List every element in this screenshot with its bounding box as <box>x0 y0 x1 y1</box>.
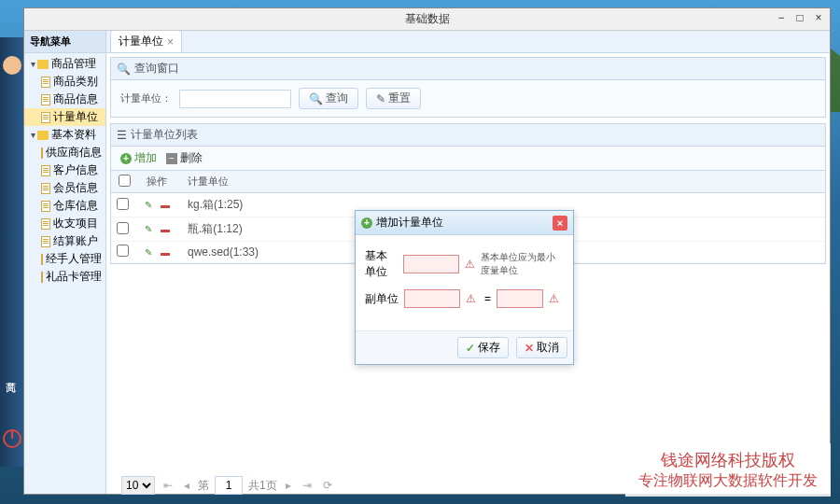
file-icon <box>41 218 50 230</box>
title-bar: 基础数据 − □ × <box>24 8 830 31</box>
tree-item[interactable]: 仓库信息 <box>24 197 105 215</box>
pager: 10 ⇤ ◂ 第 共1页 ▸ ⇥ ⟳ <box>112 470 344 500</box>
tree-item[interactable]: 会员信息 <box>24 179 105 197</box>
minimize-icon[interactable]: − <box>774 10 789 25</box>
file-icon <box>41 94 50 105</box>
tabs: 计量单位× <box>106 31 830 53</box>
dialog-close-icon[interactable]: × <box>553 216 567 231</box>
tree-item[interactable]: 经手人管理 <box>24 250 105 268</box>
tree-item[interactable]: 收支项目 <box>24 215 105 232</box>
list-icon: ☰ <box>117 129 127 142</box>
cancel-button[interactable]: ✕取消 <box>516 337 567 358</box>
cancel-icon: ✕ <box>525 342 534 355</box>
edit-icon[interactable]: ✎ <box>142 245 155 259</box>
ratio-input[interactable] <box>497 289 543 308</box>
power-icon[interactable] <box>3 429 21 448</box>
query-button[interactable]: 🔍查询 <box>299 88 358 109</box>
row-checkbox[interactable] <box>117 222 129 234</box>
tab-unit[interactable]: 计量单位× <box>110 30 182 52</box>
tree-group-basic[interactable]: ▾基本资料 <box>24 126 105 144</box>
delete-icon[interactable]: ▬ <box>159 223 172 236</box>
file-icon <box>41 183 50 194</box>
avatar <box>3 56 21 75</box>
search-icon: 🔍 <box>117 63 131 76</box>
minus-icon: − <box>166 153 177 164</box>
warning-icon: ⚠ <box>549 292 562 305</box>
base-unit-label: 基本单位 <box>365 248 398 280</box>
tree-item[interactable]: 客户信息 <box>24 161 105 179</box>
select-all-checkbox[interactable] <box>119 175 131 187</box>
file-icon <box>41 236 50 247</box>
tree-item[interactable]: 供应商信息 <box>24 144 105 161</box>
add-button[interactable]: +增加 <box>120 150 157 166</box>
window-title: 基础数据 <box>405 11 450 27</box>
tree-item[interactable]: 结算账户 <box>24 232 105 250</box>
maximize-icon[interactable]: □ <box>792 10 807 25</box>
row-checkbox[interactable] <box>117 198 129 210</box>
row-checkbox[interactable] <box>117 245 129 257</box>
plus-icon: + <box>361 217 372 229</box>
sub-unit-label: 副单位 <box>365 291 399 307</box>
check-icon: ✓ <box>466 342 475 355</box>
file-icon <box>41 165 50 176</box>
reset-icon: ✎ <box>376 92 385 105</box>
close-icon[interactable]: × <box>811 10 826 25</box>
file-icon <box>41 201 50 212</box>
watermark: 钱途网络科技版权 专注物联网大数据软件开发 <box>625 443 831 497</box>
delete-button[interactable]: −删除 <box>166 150 203 166</box>
tree-item[interactable]: 商品类别 <box>24 73 105 91</box>
search-input[interactable] <box>179 90 291 108</box>
file-icon <box>41 272 43 283</box>
search-icon: 🔍 <box>309 92 323 105</box>
warning-icon: ⚠ <box>465 258 475 271</box>
grid-header: 操作 计量单位 <box>111 171 825 193</box>
tree-item[interactable]: 礼品卡管理 <box>24 268 105 286</box>
edit-icon[interactable]: ✎ <box>142 223 155 236</box>
search-section-header: 🔍查询窗口 <box>110 57 826 80</box>
warning-icon: ⚠ <box>466 292 479 305</box>
tree-item-unit[interactable]: 计量单位 <box>24 108 105 126</box>
delete-icon[interactable]: ▬ <box>159 199 172 212</box>
first-page-icon[interactable]: ⇤ <box>161 479 175 492</box>
tree-group-products[interactable]: ▾商品管理 <box>24 55 105 73</box>
next-page-icon[interactable]: ▸ <box>283 479 294 492</box>
base-unit-input[interactable] <box>403 255 459 273</box>
folder-icon <box>37 60 49 69</box>
sub-unit-input[interactable] <box>404 289 460 308</box>
refresh-icon[interactable]: ⟳ <box>320 479 335 492</box>
base-unit-hint: 基本单位应为最小度量单位 <box>481 251 564 277</box>
last-page-icon[interactable]: ⇥ <box>300 479 315 492</box>
file-icon <box>41 147 43 159</box>
plus-icon: + <box>120 153 132 164</box>
search-label: 计量单位： <box>120 91 172 105</box>
page-input[interactable] <box>215 476 243 495</box>
file-icon <box>41 77 50 88</box>
file-icon <box>41 112 50 123</box>
tree-item[interactable]: 商品信息 <box>24 91 105 108</box>
delete-icon[interactable]: ▬ <box>159 245 172 259</box>
dialog-title: 增加计量单位 <box>376 215 443 231</box>
sidebar: 导航菜单 ▾商品管理 商品类别 商品信息 计量单位 ▾基本资料 供应商信息 客户… <box>24 31 106 494</box>
page-size-select[interactable]: 10 <box>121 476 155 495</box>
edit-icon[interactable]: ✎ <box>142 199 155 212</box>
file-icon <box>41 254 43 265</box>
prev-page-icon[interactable]: ◂ <box>181 479 192 492</box>
list-section-header: ☰计量单位列表 <box>110 123 826 147</box>
save-button[interactable]: ✓保存 <box>457 337 509 358</box>
reset-button[interactable]: ✎重置 <box>366 88 421 109</box>
sidebar-header: 导航菜单 <box>24 31 105 53</box>
tab-close-icon[interactable]: × <box>167 35 174 49</box>
add-unit-dialog: +增加计量单位 × 基本单位 ⚠ 基本单位应为最小度量单位 副单位 ⚠ = ⚠ … <box>355 210 574 365</box>
folder-icon <box>37 131 49 140</box>
